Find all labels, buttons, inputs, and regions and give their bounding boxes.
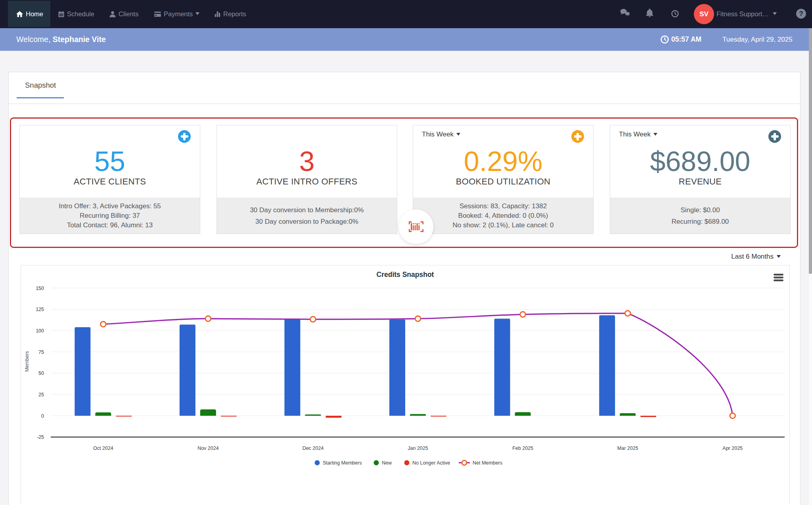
svg-text:New: New	[382, 460, 392, 466]
svg-text:Members: Members	[24, 351, 30, 372]
svg-text:Nov 2024: Nov 2024	[197, 445, 219, 451]
svg-text:75: 75	[38, 349, 44, 355]
svg-text:Starting Members: Starting Members	[323, 460, 362, 466]
svg-text:Apr 2025: Apr 2025	[722, 445, 743, 451]
svg-text:125: 125	[36, 307, 44, 312]
svg-text:50: 50	[38, 371, 44, 376]
svg-text:100: 100	[36, 328, 44, 334]
svg-text:Dec 2024: Dec 2024	[303, 445, 324, 451]
svg-text:Feb 2025: Feb 2025	[512, 445, 533, 451]
svg-text:Mar 2025: Mar 2025	[617, 445, 638, 451]
svg-text:25: 25	[38, 392, 44, 397]
svg-text:0: 0	[41, 413, 44, 419]
svg-text:-25: -25	[37, 434, 44, 440]
svg-text:Credits Snapshot: Credits Snapshot	[377, 271, 434, 278]
svg-text:Net Members: Net Members	[473, 460, 502, 466]
svg-text:Jan 2025: Jan 2025	[408, 445, 428, 451]
svg-text:150: 150	[36, 286, 44, 291]
svg-text:No Longer Active: No Longer Active	[412, 460, 450, 466]
svg-text:Oct 2024: Oct 2024	[93, 445, 113, 451]
